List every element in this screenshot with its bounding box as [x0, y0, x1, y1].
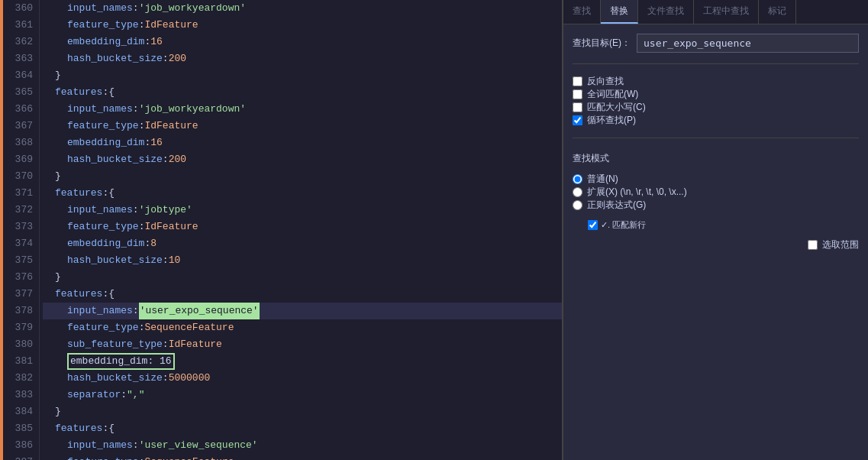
token-value: IdFeature — [144, 219, 198, 235]
checkboxes-container: 反向查找全词匹配(W)匹配大小写(C)循环查找(P) — [573, 75, 859, 127]
token-string: 'job_workyeardown' — [139, 0, 246, 17]
token-value: IdFeature — [144, 118, 198, 134]
code-line-382[interactable]: hash_bucket_size: 5000000 — [43, 370, 562, 387]
regex-radio[interactable] — [573, 200, 582, 210]
code-line-380[interactable]: sub_feature_type: IdFeature — [43, 336, 562, 353]
mode-label: 查找模式 — [573, 152, 859, 165]
token-colon: : — [163, 370, 169, 387]
token-number: 5000000 — [169, 370, 211, 387]
loop-checkbox[interactable] — [573, 115, 582, 125]
code-line-376[interactable]: } — [43, 269, 562, 286]
token-colon: : — [139, 454, 145, 460]
radios-container: 普通(N)扩展(X) (\n, \r, \t, \0, \x...)正则表达式(… — [573, 173, 859, 212]
code-line-379[interactable]: feature_type: SequenceFeature — [43, 319, 562, 336]
token-value: IdFeature — [144, 17, 198, 34]
normal-radio[interactable] — [573, 174, 582, 184]
code-line-360[interactable]: input_names: 'job_workyeardown' — [43, 0, 562, 17]
reverse-checkbox[interactable] — [573, 76, 582, 86]
token-colon: : — [139, 219, 145, 235]
code-line-363[interactable]: hash_bucket_size: 200 — [43, 50, 562, 67]
whole_word-checkbox[interactable] — [573, 89, 582, 99]
find-input[interactable] — [637, 34, 859, 53]
token-colon: : — [102, 420, 108, 437]
token-colon: : — [163, 151, 169, 168]
select-range-row: 选取范围 — [573, 238, 859, 251]
code-line-374[interactable]: embedding_dim: 8 — [43, 235, 562, 252]
token-brace: { — [108, 185, 115, 202]
line-number-387: 387 — [9, 454, 33, 460]
code-line-378[interactable]: input_names: 'user_expo_sequence' — [43, 303, 562, 319]
checkbox-row-whole_word: 全词匹配(W) — [573, 88, 859, 101]
search-tab-标记[interactable]: 标记 — [759, 0, 796, 24]
code-line-369[interactable]: hash_bucket_size: 200 — [43, 151, 562, 168]
search-tabs: 查找替换文件查找工程中查找标记 — [563, 0, 868, 24]
line-number-377: 377 — [9, 286, 33, 303]
find-label: 查找目标(E)： — [573, 37, 631, 50]
code-line-381[interactable]: embedding_dim: 16 — [43, 353, 562, 370]
code-line-370[interactable]: } — [43, 168, 562, 185]
code-line-373[interactable]: feature_type: IdFeature — [43, 219, 562, 235]
token-green-box: embedding_dim: 16 — [67, 353, 175, 370]
search-tab-查找[interactable]: 查找 — [563, 0, 601, 24]
code-line-377[interactable]: features: { — [43, 286, 562, 303]
match_case-checkbox[interactable] — [573, 102, 582, 112]
code-line-387[interactable]: feature_type: SequenceFeature — [43, 454, 562, 460]
line-number-367: 367 — [9, 118, 33, 134]
token-key: sub_feature_type — [67, 336, 163, 353]
line-number-362: 362 — [9, 34, 33, 50]
code-line-362[interactable]: embedding_dim: 16 — [43, 34, 562, 50]
token-colon: : — [133, 0, 139, 17]
token-string-highlight: 'user_expo_sequence' — [139, 303, 260, 319]
checkbox-row-reverse: 反向查找 — [573, 75, 859, 88]
token-brace: { — [108, 420, 115, 437]
token-colon: : — [144, 134, 150, 151]
line-number-374: 374 — [9, 235, 33, 252]
line-number-378: 378 — [9, 303, 33, 319]
line-number-371: 371 — [9, 185, 33, 202]
whole_word-label: 全词匹配(W) — [587, 88, 638, 101]
code-line-372[interactable]: input_names: 'jobtype' — [43, 202, 562, 219]
token-string: "," — [127, 387, 144, 403]
code-lines[interactable]: input_names: 'job_workyeardown'feature_t… — [40, 0, 562, 460]
token-key: features — [55, 84, 102, 101]
token-colon: : — [102, 185, 108, 202]
code-line-367[interactable]: feature_type: IdFeature — [43, 118, 562, 134]
code-line-364[interactable]: } — [43, 67, 562, 84]
line-number-373: 373 — [9, 219, 33, 235]
code-line-385[interactable]: features: { — [43, 420, 562, 437]
token-colon: : — [133, 101, 139, 118]
match_case-label: 匹配大小写(C) — [587, 101, 646, 114]
line-number-365: 365 — [9, 84, 33, 101]
token-colon: : — [139, 319, 145, 336]
code-line-383[interactable]: separator: "," — [43, 387, 562, 403]
token-brace: } — [55, 269, 61, 286]
select-range-checkbox[interactable] — [808, 240, 818, 250]
code-line-384[interactable]: } — [43, 403, 562, 420]
match-newline-row: ✓. 匹配新行 — [588, 219, 859, 231]
line-number-366: 366 — [9, 101, 33, 118]
line-number-380: 380 — [9, 336, 33, 353]
token-key: separator — [67, 387, 121, 403]
code-line-365[interactable]: features: { — [43, 84, 562, 101]
line-number-384: 384 — [9, 403, 33, 420]
code-line-368[interactable]: embedding_dim: 16 — [43, 134, 562, 151]
token-string: 'jobtype' — [139, 202, 192, 219]
token-value: SequenceFeature — [144, 319, 234, 336]
token-brace: } — [55, 403, 61, 420]
token-key: feature_type — [67, 454, 139, 460]
reverse-label: 反向查找 — [587, 75, 624, 88]
search-tab-文件查找[interactable]: 文件查找 — [638, 0, 694, 24]
token-key: features — [55, 286, 102, 303]
code-line-361[interactable]: feature_type: IdFeature — [43, 17, 562, 34]
search-tab-工程中查找[interactable]: 工程中查找 — [694, 0, 759, 24]
match-newline-checkbox[interactable] — [588, 220, 598, 230]
token-key: input_names — [67, 303, 133, 319]
search-tab-替换[interactable]: 替换 — [601, 0, 638, 24]
code-line-366[interactable]: input_names: 'job_workyeardown' — [43, 101, 562, 118]
code-line-386[interactable]: input_names: 'user_view_sequence' — [43, 437, 562, 454]
code-line-375[interactable]: hash_bucket_size: 10 — [43, 252, 562, 269]
line-number-376: 376 — [9, 269, 33, 286]
token-key: input_names — [67, 202, 133, 219]
code-line-371[interactable]: features: { — [43, 185, 562, 202]
extended-radio[interactable] — [573, 187, 582, 197]
